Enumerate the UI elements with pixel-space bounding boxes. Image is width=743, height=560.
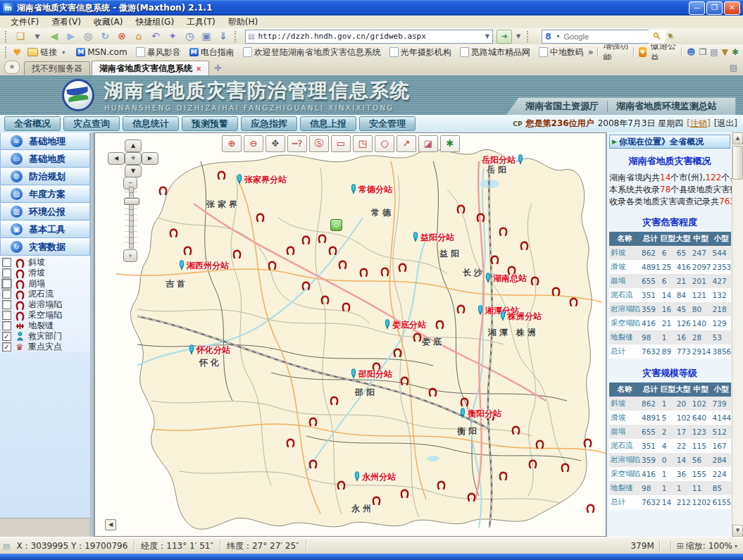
new-tab-button[interactable]: ✚	[212, 63, 223, 74]
zoom-out-icon[interactable]: ⊖	[244, 135, 263, 152]
stop-icon[interactable]: ⊗	[114, 30, 130, 43]
close-button[interactable]: ✕	[724, 1, 740, 15]
clock-icon[interactable]: ◷	[182, 30, 197, 43]
links-overflow-icon[interactable]: »	[588, 47, 594, 57]
pan-icon[interactable]: ✥	[266, 135, 285, 152]
new-page-dropdown-icon[interactable]: ▾	[30, 30, 45, 43]
station-marker[interactable]: 张家界分站	[236, 174, 287, 187]
pan-up-button[interactable]: ▲	[125, 139, 142, 152]
pan-down-button[interactable]: ▼	[125, 165, 142, 178]
sidebar-button[interactable]: ▤年度方案	[0, 185, 90, 203]
zoom-control[interactable]: ⊞ 缩放: 100% ▾	[677, 540, 737, 552]
maximize-button[interactable]: ❐	[706, 1, 723, 15]
measure-icon[interactable]: ┅?	[287, 135, 307, 152]
layer-checkbox[interactable]	[2, 300, 11, 309]
sidebar-button[interactable]: ▥环境公报	[0, 203, 90, 220]
nav-tab[interactable]: 预测预警	[182, 116, 238, 131]
sidebar-button[interactable]: ≋基础地理	[0, 132, 90, 150]
history-dropdown-icon[interactable]: ◎	[80, 30, 96, 43]
home-icon[interactable]: ⌂	[131, 30, 146, 43]
favorites-star-button[interactable]: ★	[4, 61, 20, 74]
wand-icon[interactable]: ✦	[165, 30, 180, 43]
favorites-icon[interactable]: ♥	[11, 47, 24, 58]
note-icon[interactable]: ▤	[710, 47, 718, 57]
station-marker[interactable]: 永州分站	[354, 471, 396, 484]
org-link-monitoring-station[interactable]: 湖南省地质环境监测总站	[608, 100, 725, 113]
menu-item[interactable]: 文件(F)	[4, 15, 45, 29]
zoom-in-slider-button[interactable]: ＋	[123, 249, 137, 262]
tab-inactive[interactable]: 找不到服务器	[24, 61, 90, 75]
nav-tab[interactable]: 全省概况	[4, 116, 61, 131]
menu-item[interactable]: 工具(T)	[180, 15, 222, 29]
sidebar-button[interactable]: ▭基础地质	[0, 150, 90, 168]
sidebar-button[interactable]: ↻灾害数据	[0, 238, 90, 256]
zoom-caret-icon[interactable]: ▾	[735, 543, 737, 549]
search-engine-dropdown-icon[interactable]: ▾	[554, 33, 563, 39]
station-marker[interactable]: 湖南总站	[485, 273, 527, 285]
org-link-land-resources[interactable]: 湖南省国土资源厅	[517, 100, 607, 113]
sidebar-button[interactable]: ⚙防治规划	[0, 168, 90, 185]
layer-checkbox[interactable]	[2, 311, 11, 320]
layer-checkbox[interactable]	[2, 258, 11, 267]
circle-select-icon[interactable]: ○	[375, 135, 394, 152]
station-marker[interactable]: 娄底分站	[384, 319, 426, 332]
tab-close-icon[interactable]: ×	[196, 65, 201, 73]
user-icon[interactable]: ☻	[687, 47, 696, 57]
maxthon-charity-link[interactable]: 傲游公益	[651, 44, 677, 61]
address-input[interactable]	[256, 30, 482, 43]
link-caret-icon[interactable]: ▾	[59, 49, 68, 56]
layer-checkbox[interactable]	[2, 290, 11, 299]
layer-checkbox[interactable]: ✓	[2, 332, 11, 341]
search-go-icon[interactable]: 🔍︎	[650, 31, 663, 42]
address-dropdown-icon[interactable]: ▼	[482, 33, 492, 39]
new-page-icon[interactable]: ❏	[13, 30, 28, 43]
station-marker[interactable]: 怀化分站	[188, 344, 230, 357]
rect-query-icon[interactable]: ◳	[353, 135, 373, 152]
scroll-up-button[interactable]: ▲	[732, 132, 743, 144]
zoom-slider-handle[interactable]	[124, 198, 139, 205]
scroll-thumb[interactable]	[732, 146, 743, 180]
go-button[interactable]: ➜	[497, 30, 512, 44]
pan-right-button[interactable]: ▶	[142, 152, 158, 165]
logout-link[interactable]: [注销]	[687, 118, 710, 130]
link-item[interactable]: M电台指南	[185, 46, 239, 59]
enhance-features-link[interactable]: 增强功能	[603, 44, 629, 61]
scroll-down-button[interactable]: ▼	[732, 525, 743, 537]
link-item[interactable]: 觅路城市精品网	[456, 46, 535, 59]
go-dropdown-icon[interactable]: ▼	[513, 33, 523, 39]
eraser-icon[interactable]: ◪	[418, 135, 438, 152]
nav-tab[interactable]: 应急指挥	[241, 116, 297, 131]
bucket-icon[interactable]: ▼	[722, 47, 728, 57]
zoom-slider-track[interactable]	[129, 187, 134, 249]
layer-checkbox[interactable]	[2, 279, 11, 288]
station-marker[interactable]: 岳阳分站	[482, 154, 524, 167]
menu-item[interactable]: 帮助(H)	[222, 15, 264, 29]
layer-checkbox[interactable]	[2, 321, 11, 330]
google-icon[interactable]: 8	[542, 32, 554, 42]
link-item[interactable]: 中地数码	[535, 46, 588, 59]
locate-button[interactable]	[330, 219, 342, 231]
download-icon[interactable]: ⇓	[216, 30, 231, 43]
station-marker[interactable]: 常德分站	[350, 184, 392, 197]
window-icon[interactable]: ❐	[699, 47, 707, 57]
link-item[interactable]: 光年摄影机构	[385, 46, 456, 59]
clear-selection-icon[interactable]: Ⓢ	[309, 135, 329, 152]
pan-left-button[interactable]: ◀	[108, 152, 125, 165]
exit-link[interactable]: [退出]	[714, 118, 737, 130]
station-marker[interactable]: 邵阳分站	[350, 368, 392, 381]
layer-checkbox[interactable]: ✓	[2, 342, 11, 351]
link-item[interactable]: 链接▾	[23, 46, 72, 59]
sidebar-button[interactable]: ▣基本工具	[0, 220, 90, 238]
tab-active[interactable]: 湖南省地质灾害信息系统×	[92, 61, 209, 75]
nav-tab[interactable]: 灾点查询	[63, 116, 120, 131]
draw-line-icon[interactable]: ↗	[397, 135, 416, 152]
minimize-button[interactable]: —	[689, 1, 705, 15]
pan-center-button[interactable]: ✛	[125, 152, 142, 165]
proxy-icon[interactable]: ▣	[199, 30, 214, 43]
menu-item[interactable]: 收藏(A)	[87, 15, 130, 29]
station-marker[interactable]: 株洲分站	[499, 311, 542, 323]
highlight-icon[interactable]: ✎	[665, 31, 677, 42]
nav-tab[interactable]: 信息上报	[300, 116, 356, 131]
menu-item[interactable]: 查看(V)	[45, 15, 87, 29]
scroll-track[interactable]	[732, 144, 743, 525]
